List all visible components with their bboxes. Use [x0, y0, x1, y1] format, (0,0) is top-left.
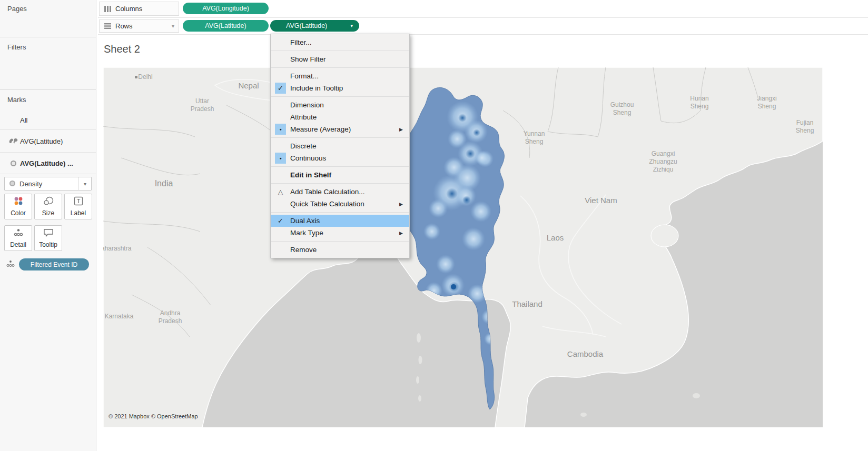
rows-shelf-label[interactable]: Rows ▾: [99, 19, 179, 33]
menu-separator: [271, 96, 409, 97]
menu-item-discrete[interactable]: Discrete: [271, 140, 409, 152]
pages-panel-label: Pages: [7, 5, 27, 13]
color-icon: [14, 196, 23, 207]
detail-button[interactable]: Detail: [4, 225, 32, 251]
menu-item-measure-average[interactable]: ● Measure (Average) ▶: [271, 123, 409, 135]
columns-shelf: Columns AVG(Longitude): [98, 0, 868, 18]
menu-item-format[interactable]: Format...: [271, 70, 409, 82]
marks-divider: [0, 152, 96, 153]
map-viewport[interactable]: Delhi Nepal Uttar Pradesh India aharasht…: [103, 67, 823, 427]
menu-separator: [271, 241, 409, 242]
pill-avg-latitude-2-selected[interactable]: AVG(Latitude) ▾: [270, 20, 359, 32]
menu-item-show-filter[interactable]: Show Filter: [271, 53, 409, 65]
menu-item-remove[interactable]: Remove: [271, 244, 409, 256]
size-button[interactable]: Size: [34, 194, 62, 219]
columns-shelf-label[interactable]: Columns: [99, 2, 179, 16]
check-icon: ✓: [278, 84, 283, 92]
map-canvas: [103, 67, 823, 427]
panel-divider: [0, 89, 96, 90]
menu-separator: [271, 67, 409, 68]
radio-dot-icon: ●: [279, 127, 281, 131]
svg-text:T: T: [76, 198, 80, 204]
marks-divider: [0, 174, 96, 174]
pill-context-menu: Filter... Show Filter Format... ✓ Includ…: [270, 34, 410, 258]
menu-item-dimension[interactable]: Dimension: [271, 99, 409, 111]
detail-icon: [14, 228, 23, 239]
menu-item-attribute[interactable]: Attribute: [271, 111, 409, 123]
text-label-icon: T: [74, 196, 83, 207]
menu-separator: [271, 137, 409, 138]
marks-card-avg-latitude[interactable]: AVG(Latitude): [0, 132, 96, 151]
check-icon: ✓: [278, 217, 283, 225]
pill-avg-longitude[interactable]: AVG(Longitude): [183, 3, 269, 14]
marks-card-all[interactable]: All: [0, 111, 96, 129]
menu-item-quick-table-calculation[interactable]: Quick Table Calculation ▶: [271, 198, 409, 210]
submenu-arrow-icon: ▶: [399, 127, 403, 132]
submenu-arrow-icon: ▶: [399, 230, 403, 236]
rows-shelf: Rows ▾ AVG(Latitude) AVG(Latitude) ▾: [98, 18, 868, 35]
rows-icon: [100, 23, 115, 29]
columns-icon: [100, 6, 115, 12]
chevron-down-icon[interactable]: ▾: [172, 23, 174, 29]
menu-separator: [271, 51, 409, 51]
menu-item-dual-axis[interactable]: ✓ Dual Axis: [271, 215, 409, 227]
menu-item-add-table-calculation[interactable]: △ Add Table Calculation...: [271, 186, 409, 198]
left-sidebar: Pages Filters Marks All AVG(Latitude) AV…: [0, 0, 96, 451]
menu-item-filter[interactable]: Filter...: [271, 36, 409, 48]
submenu-arrow-icon: ▶: [399, 202, 403, 207]
filters-panel-label: Filters: [7, 43, 26, 51]
map-icon: [6, 138, 20, 145]
panel-divider: [0, 37, 96, 37]
menu-separator: [271, 183, 409, 184]
chevron-down-icon[interactable]: ▾: [78, 177, 91, 190]
marks-card-avg-latitude-2[interactable]: AVG(Latitude) ...: [0, 154, 96, 173]
map-attribution: © 2021 Mapbox © OpenStreetMap: [108, 413, 198, 419]
tooltip-button[interactable]: Tooltip: [34, 225, 62, 251]
marks-divider: [0, 129, 96, 130]
menu-item-include-in-tooltip[interactable]: ✓ Include in Tooltip: [271, 82, 409, 94]
size-icon: [43, 196, 54, 207]
marks-panel-label: Marks: [7, 96, 26, 104]
circle-icon: [6, 161, 20, 166]
delta-icon: △: [278, 188, 283, 196]
sheet-title: Sheet 2: [104, 43, 140, 55]
label-button[interactable]: T Label: [64, 194, 92, 219]
color-button[interactable]: Color: [4, 194, 32, 219]
tooltip-icon: [43, 228, 54, 239]
mark-type-value: Density: [19, 180, 42, 188]
pill-avg-latitude-1[interactable]: AVG(Latitude): [183, 20, 269, 32]
menu-item-mark-type[interactable]: Mark Type ▶: [271, 227, 409, 239]
density-mark-icon: [9, 180, 15, 188]
menu-separator: [271, 212, 409, 213]
radio-dot-icon: ●: [279, 156, 281, 160]
menu-item-edit-in-shelf[interactable]: Edit in Shelf: [271, 169, 409, 181]
detail-dots-icon: [6, 260, 15, 270]
menu-separator: [271, 166, 409, 167]
mark-type-dropdown[interactable]: Density ▾: [4, 177, 92, 191]
delhi-city-dot: [135, 76, 137, 78]
filtered-event-id-pill[interactable]: Filtered Event ID: [19, 258, 89, 270]
chevron-down-icon[interactable]: ▾: [350, 23, 353, 28]
menu-item-continuous[interactable]: ● Continuous: [271, 152, 409, 164]
